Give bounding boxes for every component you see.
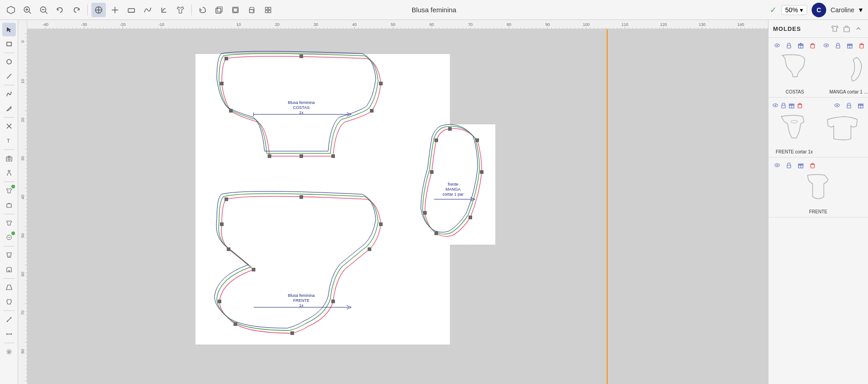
manga-preview-svg <box>831 52 868 89</box>
frente1b-lock-btn[interactable] <box>844 100 854 110</box>
svg-rect-45 <box>844 27 849 32</box>
cross-tool[interactable] <box>2 119 16 133</box>
measure-tool[interactable] <box>2 313 16 326</box>
eraser-button[interactable] <box>124 3 139 17</box>
pencil-tool[interactable] <box>2 102 16 115</box>
user-avatar: C <box>812 3 826 17</box>
svg-rect-74 <box>798 104 802 108</box>
shirt-tool[interactable] <box>2 216 16 230</box>
print-button[interactable] <box>244 3 259 17</box>
rectangle-tool[interactable] <box>2 37 16 51</box>
skirt1-tool[interactable] <box>2 281 16 294</box>
manga-eye-btn[interactable] <box>821 40 831 50</box>
costas-gift-btn[interactable] <box>796 40 806 50</box>
frente1-gift-btn[interactable] <box>788 100 795 110</box>
frente1b-preview <box>823 112 862 148</box>
document-title: Blusa feminina <box>412 6 456 14</box>
mold-item-costas: COSTAS <box>772 40 818 94</box>
settings-tool[interactable] <box>2 345 16 359</box>
separator <box>4 85 15 85</box>
zoom-out-button[interactable] <box>36 3 51 17</box>
mold-item-frente2: FRENTE <box>772 172 864 214</box>
svg-rect-48 <box>787 45 791 48</box>
manga-icons-row: T <box>821 40 868 50</box>
text-tool[interactable]: T <box>2 134 16 148</box>
costas-trash-btn[interactable] <box>808 40 818 50</box>
separator <box>4 310 15 311</box>
circle-tool[interactable] <box>2 55 16 69</box>
panel-bag-icon[interactable] <box>842 24 852 34</box>
svg-rect-26 <box>7 42 11 46</box>
zoom-dropdown-icon: ▾ <box>800 6 803 14</box>
shirt-overlay-button[interactable] <box>173 3 188 17</box>
camera-tool[interactable] <box>2 152 16 165</box>
frente2-trash-btn[interactable] <box>808 160 818 170</box>
mold-pair-2: FRENTE cortar 1x <box>772 112 864 154</box>
svg-rect-63 <box>860 44 863 48</box>
frente1-trash-btn[interactable] <box>797 100 803 110</box>
skirt2-tool[interactable] <box>2 295 16 309</box>
separator <box>4 278 15 279</box>
separator <box>4 343 15 343</box>
canvas-area[interactable] <box>18 20 768 384</box>
frente2-gift-btn[interactable] <box>796 160 806 170</box>
grid-button[interactable] <box>261 3 275 17</box>
frente1-preview-svg <box>775 112 813 148</box>
layers-button[interactable] <box>228 3 243 17</box>
frente1b-gift-btn[interactable] <box>856 100 866 110</box>
zoom-in-button[interactable] <box>20 3 35 17</box>
figure-tool[interactable] <box>2 166 16 180</box>
green-indicator2 <box>11 231 15 235</box>
ruler-h-canvas <box>18 20 768 29</box>
svg-point-69 <box>775 105 776 106</box>
svg-line-38 <box>7 317 11 322</box>
frente1-lock-btn[interactable] <box>780 100 787 110</box>
duplicate-button[interactable] <box>212 3 226 17</box>
add-point-button[interactable] <box>108 3 122 17</box>
measure2-tool[interactable] <box>2 327 16 341</box>
curve-button[interactable] <box>140 3 155 17</box>
curve-draw-tool[interactable] <box>2 87 16 101</box>
panel-title: MOLDES <box>773 25 801 32</box>
pants2-tool[interactable] <box>2 263 16 276</box>
shirt2-tool[interactable] <box>2 231 16 244</box>
manga-label: MANGA cortar 1 par <box>829 89 868 94</box>
panel-shirt-icon[interactable] <box>830 24 840 34</box>
frente2-eye-btn[interactable] <box>772 160 782 170</box>
manga-trash-btn[interactable] <box>857 40 867 50</box>
svg-marker-0 <box>7 6 15 14</box>
undo-button[interactable] <box>53 3 67 17</box>
mold-section-2: FRENTE cortar 1x <box>768 98 868 158</box>
frente1b-eye-btn[interactable] <box>832 100 842 110</box>
pointer-tool[interactable] <box>2 23 16 36</box>
cloth1-tool[interactable] <box>2 184 16 197</box>
svg-rect-24 <box>269 10 271 13</box>
manga-gift-btn[interactable] <box>845 40 855 50</box>
frente2-lock-btn[interactable] <box>784 160 794 170</box>
zoom-control[interactable]: 50% ▾ <box>781 5 807 15</box>
frente2-label: FRENTE <box>809 209 828 214</box>
svg-rect-13 <box>128 9 135 12</box>
svg-line-7 <box>45 12 47 14</box>
svg-point-58 <box>826 45 827 46</box>
frente1-eye-btn[interactable] <box>772 100 778 110</box>
separator <box>4 246 15 246</box>
rotate-button[interactable] <box>195 3 210 17</box>
manga-lock-btn[interactable] <box>833 40 843 50</box>
panel-collapse-icon[interactable] <box>853 24 863 34</box>
angle-button[interactable] <box>157 3 171 17</box>
main-drawing-canvas[interactable] <box>27 29 768 384</box>
app-logo-button[interactable] <box>4 3 18 17</box>
pants1-tool[interactable] <box>2 248 16 262</box>
cloth2-tool[interactable] <box>2 198 16 212</box>
costas-lock-btn[interactable] <box>784 40 794 50</box>
green-indicator <box>11 185 15 188</box>
costas-eye-btn[interactable] <box>772 40 782 50</box>
frente1-label: FRENTE cortar 1x <box>776 149 813 154</box>
select-move-button[interactable] <box>91 3 106 17</box>
svg-point-34 <box>8 158 10 160</box>
redo-button[interactable] <box>69 3 84 17</box>
line-tool[interactable] <box>2 69 16 83</box>
costas-label: COSTAS <box>786 89 804 94</box>
panel-header: MOLDES <box>768 20 868 38</box>
